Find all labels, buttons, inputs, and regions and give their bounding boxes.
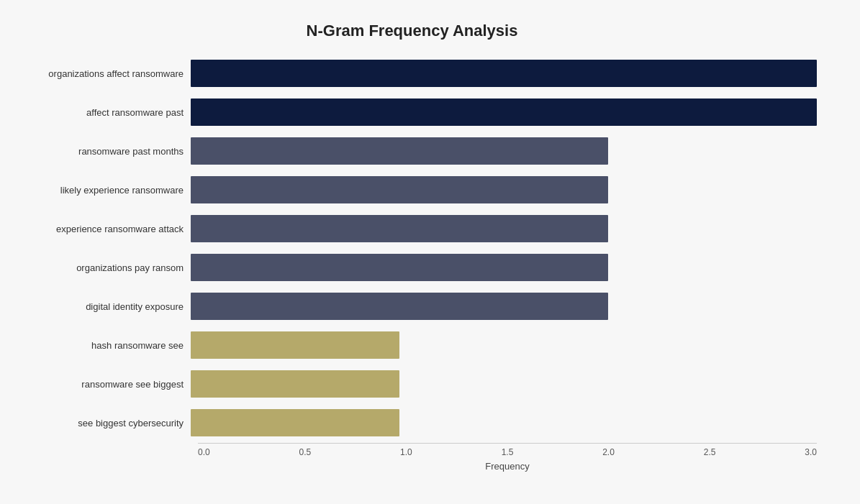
bar-track — [191, 176, 817, 203]
bar-fill — [191, 137, 608, 165]
bar-track — [191, 98, 817, 126]
bar-track — [191, 215, 817, 242]
x-axis-line — [198, 443, 817, 444]
x-axis-wrapper: 0.00.51.01.52.02.53.0 Frequency — [198, 443, 817, 472]
bar-label: digital identity exposure — [7, 301, 191, 312]
bar-track — [191, 409, 817, 436]
bar-label: organizations affect ransomware — [7, 68, 191, 79]
bar-row: organizations affect ransomware — [7, 55, 817, 92]
bar-label: hash ransomware see — [7, 340, 191, 351]
x-tick: 0.5 — [299, 447, 312, 457]
bar-fill — [191, 409, 399, 436]
bar-track — [191, 254, 817, 281]
x-tick: 1.5 — [502, 447, 514, 457]
bar-label: see biggest cybersecurity — [7, 418, 191, 429]
bar-row: experience ransomware attack — [7, 210, 817, 247]
bar-row: digital identity exposure — [7, 288, 817, 325]
bar-row: affect ransomware past — [7, 93, 817, 131]
bar-fill — [191, 293, 608, 320]
x-ticks: 0.00.51.01.52.02.53.0 — [198, 447, 817, 457]
x-axis-label: Frequency — [198, 461, 817, 472]
bar-label: ransomware past months — [7, 146, 191, 157]
chart-title: N-Gram Frequency Analysis — [7, 22, 817, 40]
bar-label: organizations pay ransom — [7, 262, 191, 273]
chart-body: organizations affect ransomwareaffect ra… — [7, 55, 817, 472]
bar-label: likely experience ransomware — [7, 185, 191, 196]
bar-label: affect ransomware past — [7, 107, 191, 118]
bar-track — [191, 370, 817, 398]
bar-fill — [191, 331, 399, 359]
x-tick: 2.5 — [704, 447, 716, 457]
x-tick: 0.0 — [198, 447, 210, 457]
bar-label: ransomware see biggest — [7, 379, 191, 390]
bar-track — [191, 60, 817, 87]
bar-fill — [191, 215, 608, 242]
bar-track — [191, 137, 817, 165]
chart-area: organizations affect ransomwareaffect ra… — [7, 55, 817, 443]
x-tick: 2.0 — [602, 447, 615, 457]
bar-fill — [191, 254, 608, 281]
chart-container: N-Gram Frequency Analysis organizations … — [0, 0, 860, 504]
bar-fill — [191, 98, 817, 126]
bar-row: ransomware past months — [7, 132, 817, 170]
bar-track — [191, 331, 817, 359]
bar-fill — [191, 370, 399, 398]
bar-row: hash ransomware see — [7, 326, 817, 364]
bar-row: see biggest cybersecurity — [7, 404, 817, 441]
x-tick: 3.0 — [805, 447, 817, 457]
bar-track — [191, 293, 817, 320]
bar-label: experience ransomware attack — [7, 224, 191, 234]
bar-row: ransomware see biggest — [7, 365, 817, 403]
x-tick: 1.0 — [400, 447, 412, 457]
bar-row: organizations pay ransom — [7, 249, 817, 286]
bar-fill — [191, 60, 817, 87]
bar-row: likely experience ransomware — [7, 171, 817, 209]
bar-fill — [191, 176, 608, 203]
